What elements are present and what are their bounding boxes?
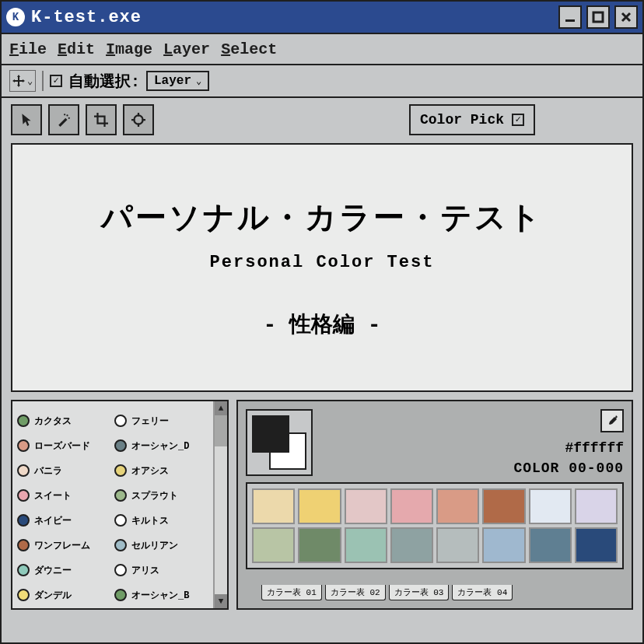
window-controls	[558, 5, 638, 29]
palette-tab[interactable]: カラー表 03	[389, 585, 450, 600]
cursor-icon	[19, 113, 33, 127]
move-tool-button[interactable]: ⌄	[9, 70, 36, 92]
color-item-label: フェリー	[131, 415, 169, 428]
color-swatch-icon	[17, 514, 30, 527]
optionbar: ⌄ ✓ 自動選択: Layer ⌄	[2, 65, 642, 98]
wand-icon	[57, 113, 71, 127]
color-list-item[interactable]: ダンデル	[17, 583, 111, 607]
maximize-button[interactable]	[586, 5, 610, 29]
color-list-item[interactable]: スイート	[17, 484, 111, 507]
palette-swatch[interactable]	[298, 488, 341, 524]
color-list-item[interactable]: アリス	[114, 558, 208, 582]
minimize-button[interactable]	[558, 5, 582, 29]
crop-tool[interactable]	[86, 104, 117, 135]
menu-select[interactable]: Select	[221, 40, 277, 58]
palette-swatch[interactable]	[529, 527, 572, 563]
palette-swatch[interactable]	[575, 488, 618, 524]
eyedropper-icon	[606, 415, 618, 427]
color-pick-button[interactable]: Color Pick ✓	[409, 104, 535, 135]
pointer-tool[interactable]	[11, 104, 42, 135]
color-swatch-icon	[114, 564, 127, 576]
color-id-label: COLOR 00-000	[513, 460, 624, 476]
svg-point-3	[68, 117, 70, 119]
app-icon: K	[6, 8, 25, 26]
color-pick-label: Color Pick	[420, 112, 504, 128]
palette-swatch[interactable]	[298, 527, 341, 563]
palette-swatch[interactable]	[252, 527, 295, 563]
layer-dropdown[interactable]: Layer ⌄	[146, 71, 209, 91]
color-list-item[interactable]: フェリー	[114, 409, 208, 432]
color-swatch-icon	[17, 564, 30, 576]
color-list-item[interactable]: ダウニー	[17, 558, 111, 582]
color-list-item[interactable]: ローズバード	[17, 434, 111, 457]
menu-image[interactable]: Image	[106, 40, 152, 58]
color-item-label: オアシス	[131, 464, 169, 478]
color-item-label: アリス	[131, 564, 159, 577]
color-item-label: バニラ	[34, 464, 62, 478]
color-list-item[interactable]: セルリアン	[114, 534, 208, 557]
scroll-down-button[interactable]: ▼	[215, 594, 227, 608]
wand-tool[interactable]	[48, 104, 79, 135]
svg-point-2	[66, 114, 68, 116]
color-list-item[interactable]: キルトス	[114, 509, 208, 532]
palette-tab[interactable]: カラー表 04	[452, 585, 513, 600]
palette-swatch[interactable]	[436, 488, 479, 524]
color-item-label: カクタス	[34, 415, 72, 428]
palette-tab[interactable]: カラー表 02	[325, 585, 386, 600]
menu-edit[interactable]: Edit	[58, 40, 95, 58]
palette-swatch[interactable]	[482, 527, 525, 563]
color-item-label: ダウニー	[34, 564, 72, 577]
color-list-item[interactable]: スプラウト	[114, 484, 208, 507]
menu-layer[interactable]: Layer	[163, 40, 210, 58]
menubar: File Edit Image Layer Select	[2, 34, 642, 65]
color-item-label: ローズバード	[34, 439, 90, 453]
layer-dropdown-label: Layer	[154, 74, 191, 88]
titlebar: K K-test.exe	[2, 2, 642, 34]
palette-swatch[interactable]	[390, 488, 433, 524]
color-list-item[interactable]: オーシャン_B	[114, 583, 208, 607]
color-swatch-icon	[114, 489, 127, 502]
svg-rect-0	[565, 19, 575, 22]
color-swatch-icon	[114, 415, 127, 427]
menu-file[interactable]: File	[9, 40, 47, 58]
color-list-item[interactable]: ワンフレーム	[17, 534, 111, 557]
scroll-track[interactable]	[215, 415, 227, 594]
palette-swatch[interactable]	[436, 527, 479, 563]
palette-swatch[interactable]	[345, 488, 387, 524]
picker-panel: #ffffff COLOR 00-000 カラー表 01カラー表 02カラー表 …	[236, 400, 633, 610]
color-list-item[interactable]: カクタス	[17, 409, 111, 432]
color-list-item[interactable]: オアシス	[114, 459, 208, 482]
window-title: K-test.exe	[31, 8, 558, 27]
palette-swatch[interactable]	[529, 488, 572, 524]
eyedropper-button[interactable]	[600, 409, 624, 432]
svg-rect-1	[593, 12, 603, 22]
hero-title-ja: パーソナル・カラー・テスト	[101, 196, 543, 239]
scrollbar[interactable]: ▲ ▼	[213, 401, 227, 608]
palette-swatch[interactable]	[482, 488, 525, 524]
palette-swatch[interactable]	[390, 527, 433, 563]
scroll-up-button[interactable]: ▲	[215, 401, 227, 415]
scroll-thumb[interactable]	[215, 415, 227, 446]
palette-swatch[interactable]	[575, 527, 618, 563]
color-item-label: セルリアン	[131, 539, 178, 552]
color-list-item[interactable]: ネイビー	[17, 509, 111, 532]
color-swatch-icon	[114, 589, 127, 601]
move-icon	[12, 75, 25, 87]
palette-tab[interactable]: カラー表 01	[261, 585, 322, 600]
color-list-item[interactable]: オーシャン_D	[114, 434, 208, 457]
target-icon	[131, 113, 145, 127]
palette-grid	[246, 482, 624, 569]
foreground-color-swatch[interactable]	[252, 415, 289, 453]
color-item-label: スイート	[34, 489, 72, 502]
palette-swatch[interactable]	[345, 527, 387, 563]
palette-swatch[interactable]	[252, 488, 295, 524]
close-button[interactable]	[614, 5, 638, 29]
auto-select-checkbox[interactable]: ✓	[50, 75, 62, 87]
divider	[42, 71, 44, 91]
color-item-label: スプラウト	[131, 489, 178, 502]
fg-bg-swatches[interactable]	[246, 409, 313, 476]
svg-point-4	[64, 114, 65, 115]
color-list-item[interactable]: バニラ	[17, 459, 111, 482]
color-swatch-icon	[114, 464, 127, 477]
target-tool[interactable]	[123, 104, 154, 135]
